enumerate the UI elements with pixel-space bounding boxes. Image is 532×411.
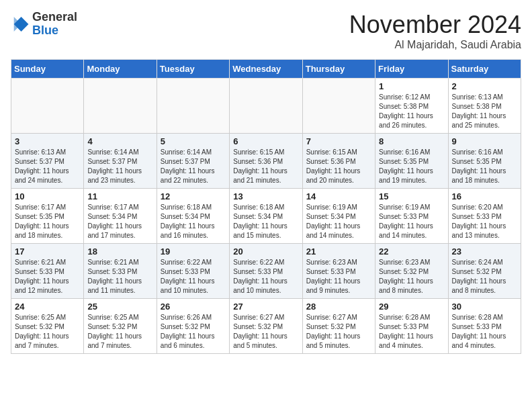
day-info: Sunrise: 6:18 AM Sunset: 5:34 PM Dayligh… (161, 203, 226, 240)
day-number: 19 (161, 246, 226, 257)
calendar-day-cell: 5Sunrise: 6:14 AM Sunset: 5:37 PM Daylig… (157, 134, 229, 189)
day-info: Sunrise: 6:21 AM Sunset: 5:33 PM Dayligh… (87, 258, 152, 295)
day-number: 20 (233, 246, 298, 257)
day-number: 24 (15, 302, 80, 312)
calendar-day-cell: 20Sunrise: 6:22 AM Sunset: 5:33 PM Dayli… (230, 244, 302, 299)
calendar-day-cell: 7Sunrise: 6:15 AM Sunset: 5:36 PM Daylig… (302, 134, 375, 189)
day-number: 10 (15, 191, 80, 201)
calendar-day-cell: 9Sunrise: 6:16 AM Sunset: 5:35 PM Daylig… (448, 134, 521, 189)
calendar-day-cell: 18Sunrise: 6:21 AM Sunset: 5:33 PM Dayli… (84, 244, 157, 299)
day-info: Sunrise: 6:18 AM Sunset: 5:34 PM Dayligh… (233, 203, 298, 240)
calendar-week-row: 3Sunrise: 6:13 AM Sunset: 5:37 PM Daylig… (11, 134, 521, 189)
day-number: 27 (233, 302, 298, 312)
calendar-day-cell (11, 79, 84, 134)
calendar-day-cell: 28Sunrise: 6:27 AM Sunset: 5:32 PM Dayli… (302, 299, 375, 354)
weekday-header: Tuesday (157, 60, 229, 79)
day-number: 12 (161, 191, 226, 201)
calendar-day-cell: 24Sunrise: 6:25 AM Sunset: 5:32 PM Dayli… (11, 299, 84, 354)
day-info: Sunrise: 6:28 AM Sunset: 5:33 PM Dayligh… (452, 313, 517, 351)
day-info: Sunrise: 6:17 AM Sunset: 5:35 PM Dayligh… (15, 203, 80, 240)
day-number: 6 (233, 136, 298, 146)
calendar-day-cell: 14Sunrise: 6:19 AM Sunset: 5:34 PM Dayli… (302, 189, 375, 244)
day-number: 26 (161, 302, 226, 312)
calendar-day-cell: 6Sunrise: 6:15 AM Sunset: 5:36 PM Daylig… (230, 134, 302, 189)
day-info: Sunrise: 6:19 AM Sunset: 5:34 PM Dayligh… (306, 203, 371, 240)
calendar-table: SundayMondayTuesdayWednesdayThursdayFrid… (11, 59, 521, 354)
calendar-day-cell: 26Sunrise: 6:26 AM Sunset: 5:32 PM Dayli… (157, 299, 229, 354)
day-info: Sunrise: 6:28 AM Sunset: 5:33 PM Dayligh… (379, 313, 444, 351)
day-info: Sunrise: 6:14 AM Sunset: 5:37 PM Dayligh… (87, 148, 152, 185)
calendar-week-row: 17Sunrise: 6:21 AM Sunset: 5:33 PM Dayli… (11, 244, 521, 299)
calendar-day-cell (230, 79, 302, 134)
calendar-day-cell (84, 79, 157, 134)
day-number: 5 (161, 136, 226, 146)
calendar-day-cell: 17Sunrise: 6:21 AM Sunset: 5:33 PM Dayli… (11, 244, 84, 299)
day-info: Sunrise: 6:16 AM Sunset: 5:35 PM Dayligh… (379, 148, 444, 185)
weekday-header: Sunday (11, 60, 84, 79)
calendar-day-cell: 1Sunrise: 6:12 AM Sunset: 5:38 PM Daylig… (375, 79, 448, 134)
day-number: 23 (452, 246, 517, 257)
day-number: 15 (379, 191, 444, 201)
day-number: 17 (15, 246, 80, 257)
day-info: Sunrise: 6:13 AM Sunset: 5:38 PM Dayligh… (452, 93, 517, 130)
day-number: 13 (233, 191, 298, 201)
day-number: 21 (306, 246, 371, 257)
logo-blue: Blue (32, 24, 58, 37)
day-info: Sunrise: 6:25 AM Sunset: 5:32 PM Dayligh… (15, 313, 80, 351)
calendar-day-cell: 16Sunrise: 6:20 AM Sunset: 5:33 PM Dayli… (448, 189, 521, 244)
day-number: 25 (87, 302, 152, 312)
day-number: 2 (452, 81, 517, 91)
calendar-day-cell: 30Sunrise: 6:28 AM Sunset: 5:33 PM Dayli… (448, 299, 521, 354)
day-info: Sunrise: 6:27 AM Sunset: 5:32 PM Dayligh… (233, 313, 298, 351)
calendar-day-cell: 11Sunrise: 6:17 AM Sunset: 5:34 PM Dayli… (84, 189, 157, 244)
day-info: Sunrise: 6:26 AM Sunset: 5:32 PM Dayligh… (161, 313, 226, 351)
calendar-day-cell (157, 79, 229, 134)
calendar-day-cell: 25Sunrise: 6:25 AM Sunset: 5:32 PM Dayli… (84, 299, 157, 354)
month-title: November 2024 (349, 11, 521, 39)
calendar-day-cell: 3Sunrise: 6:13 AM Sunset: 5:37 PM Daylig… (11, 134, 84, 189)
day-info: Sunrise: 6:23 AM Sunset: 5:33 PM Dayligh… (306, 258, 371, 295)
calendar-day-cell (302, 79, 375, 134)
calendar-week-row: 10Sunrise: 6:17 AM Sunset: 5:35 PM Dayli… (11, 189, 521, 244)
day-number: 8 (379, 136, 444, 146)
calendar-day-cell: 10Sunrise: 6:17 AM Sunset: 5:35 PM Dayli… (11, 189, 84, 244)
calendar-day-cell: 21Sunrise: 6:23 AM Sunset: 5:33 PM Dayli… (302, 244, 375, 299)
day-info: Sunrise: 6:12 AM Sunset: 5:38 PM Dayligh… (379, 93, 444, 130)
day-number: 22 (379, 246, 444, 257)
calendar-day-cell: 12Sunrise: 6:18 AM Sunset: 5:34 PM Dayli… (157, 189, 229, 244)
day-number: 4 (87, 136, 152, 146)
day-info: Sunrise: 6:25 AM Sunset: 5:32 PM Dayligh… (87, 313, 152, 351)
page-header: General Blue November 2024 Al Majaridah,… (11, 11, 521, 51)
day-number: 29 (379, 302, 444, 312)
calendar-day-cell: 4Sunrise: 6:14 AM Sunset: 5:37 PM Daylig… (84, 134, 157, 189)
day-info: Sunrise: 6:22 AM Sunset: 5:33 PM Dayligh… (233, 258, 298, 295)
day-number: 30 (452, 302, 517, 312)
title-area: November 2024 Al Majaridah, Saudi Arabia (349, 11, 521, 51)
weekday-header: Saturday (448, 60, 521, 79)
day-info: Sunrise: 6:14 AM Sunset: 5:37 PM Dayligh… (161, 148, 226, 185)
day-info: Sunrise: 6:23 AM Sunset: 5:32 PM Dayligh… (379, 258, 444, 295)
weekday-header: Thursday (302, 60, 375, 79)
weekday-header: Friday (375, 60, 448, 79)
day-number: 3 (15, 136, 80, 146)
day-number: 18 (87, 246, 152, 257)
day-info: Sunrise: 6:16 AM Sunset: 5:35 PM Dayligh… (452, 148, 517, 185)
day-info: Sunrise: 6:17 AM Sunset: 5:34 PM Dayligh… (87, 203, 152, 240)
day-number: 14 (306, 191, 371, 201)
logo-icon (11, 15, 30, 34)
day-info: Sunrise: 6:24 AM Sunset: 5:32 PM Dayligh… (452, 258, 517, 295)
day-info: Sunrise: 6:15 AM Sunset: 5:36 PM Dayligh… (306, 148, 371, 185)
calendar-day-cell: 23Sunrise: 6:24 AM Sunset: 5:32 PM Dayli… (448, 244, 521, 299)
day-info: Sunrise: 6:27 AM Sunset: 5:32 PM Dayligh… (306, 313, 371, 351)
calendar-header-row: SundayMondayTuesdayWednesdayThursdayFrid… (11, 60, 521, 79)
calendar-day-cell: 19Sunrise: 6:22 AM Sunset: 5:33 PM Dayli… (157, 244, 229, 299)
logo-general: General (32, 10, 77, 24)
day-info: Sunrise: 6:20 AM Sunset: 5:33 PM Dayligh… (452, 203, 517, 240)
day-info: Sunrise: 6:13 AM Sunset: 5:37 PM Dayligh… (15, 148, 80, 185)
calendar-day-cell: 15Sunrise: 6:19 AM Sunset: 5:33 PM Dayli… (375, 189, 448, 244)
location: Al Majaridah, Saudi Arabia (349, 39, 521, 51)
calendar-week-row: 24Sunrise: 6:25 AM Sunset: 5:32 PM Dayli… (11, 299, 521, 354)
calendar-day-cell: 2Sunrise: 6:13 AM Sunset: 5:38 PM Daylig… (448, 79, 521, 134)
day-number: 28 (306, 302, 371, 312)
calendar-day-cell: 22Sunrise: 6:23 AM Sunset: 5:32 PM Dayli… (375, 244, 448, 299)
